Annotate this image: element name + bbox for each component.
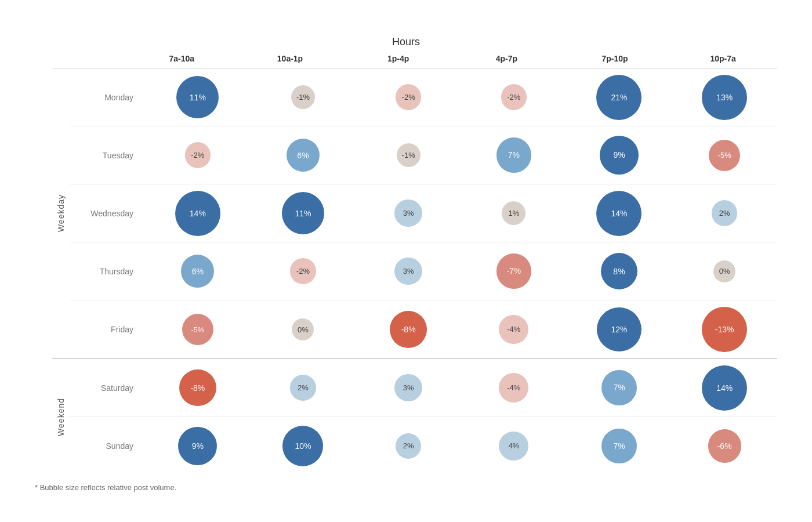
bubble: 3%	[394, 258, 422, 285]
bubble-cell: -13%	[672, 307, 777, 352]
bubble: 6%	[287, 139, 320, 172]
bubble-cell: -4%	[461, 315, 567, 345]
bubble: -2%	[501, 84, 527, 110]
bubble: 8%	[601, 253, 638, 290]
row-label: Monday	[70, 93, 145, 102]
data-row: Tuesday-2%6%-1%7%9%-5%	[70, 126, 777, 184]
bubble: -2%	[396, 84, 421, 110]
bubble-cell: 7%	[567, 429, 672, 463]
bubble: 2%	[712, 200, 737, 226]
bubble: 9%	[600, 136, 639, 175]
row-label: Saturday	[70, 383, 145, 393]
bubble-cell: 11%	[251, 192, 356, 234]
bubble-cell: 1%	[461, 201, 567, 225]
chart-container: Hours 7a-10a 10a-1p 1p-4p 4p-7p 7p-10p 1…	[23, 19, 789, 503]
bubble: 4%	[499, 432, 528, 461]
bubble-cell: 2%	[251, 375, 356, 400]
bubble: -6%	[708, 429, 741, 462]
row-label: Thursday	[70, 267, 145, 276]
bubble-cell: -2%	[356, 84, 461, 110]
bubble: -5%	[182, 314, 213, 345]
bubble-cell: 0%	[251, 318, 356, 340]
bubble-cell: -4%	[461, 373, 567, 403]
bubble: 1%	[502, 201, 525, 225]
bubble: 11%	[282, 192, 324, 234]
bubble: 0%	[292, 318, 314, 340]
bubble-cell: 10%	[251, 426, 356, 466]
bubble-cell: 3%	[356, 374, 461, 402]
bubble-cell: 3%	[356, 200, 461, 227]
bubble: -4%	[499, 373, 528, 403]
bubble-cell: 9%	[145, 427, 251, 466]
col-header-5: 10p-7a	[669, 54, 777, 63]
bubble-cell: 7%	[461, 137, 567, 172]
weekday-section: Weekday Monday11%-1%-2%-2%21%13%Tuesday-…	[52, 68, 777, 359]
data-row: Saturday-8%2%3%-4%7%14%	[70, 359, 777, 417]
bubble: 11%	[176, 76, 219, 118]
row-label: Tuesday	[70, 151, 145, 160]
bubble: 14%	[175, 191, 220, 236]
bubble-cell: -7%	[461, 253, 567, 288]
bubble: 10%	[282, 426, 323, 466]
data-row: Thursday6%-2%3%-7%8%0%	[70, 242, 777, 300]
bubble: 14%	[702, 365, 747, 411]
bubble: -1%	[291, 85, 315, 109]
bubble-cell: 11%	[145, 76, 251, 118]
bubble-cell: 8%	[567, 253, 672, 290]
bubble: 2%	[290, 375, 316, 400]
weekday-label-col: Weekday	[52, 68, 70, 358]
bubble-cell: 14%	[567, 191, 672, 236]
header-empty	[52, 54, 128, 63]
bubble-cell: 12%	[567, 307, 672, 351]
data-row: Friday-5%0%-8%-4%12%-13%	[70, 300, 777, 358]
bubble: 12%	[597, 307, 641, 351]
weekend-label-col: Weekend	[52, 359, 70, 475]
data-row: Sunday9%10%2%4%7%-6%	[70, 417, 777, 475]
bubble: 2%	[396, 433, 421, 459]
bubble-cell: -2%	[145, 142, 251, 168]
bubble-cell: 7%	[567, 370, 672, 405]
row-label: Friday	[70, 325, 145, 334]
bubble: -8%	[179, 369, 216, 407]
bubble: -13%	[702, 307, 747, 352]
bubble: 0%	[713, 260, 735, 282]
bubble: -5%	[709, 140, 740, 171]
weekday-rows: Monday11%-1%-2%-2%21%13%Tuesday-2%6%-1%7…	[70, 68, 777, 358]
bubble-cell: 3%	[356, 258, 461, 285]
bubble-cell: 6%	[251, 139, 356, 172]
col-header-2: 1p-4p	[344, 54, 452, 63]
bubble-cell: -5%	[672, 140, 777, 171]
bubble: -7%	[496, 253, 531, 288]
data-row: Wednesday14%11%3%1%14%2%	[70, 184, 777, 242]
bubble: 6%	[181, 255, 214, 288]
col-header-1: 10a-1p	[236, 54, 345, 63]
weekday-label: Weekday	[56, 194, 66, 232]
bubble-cell: -1%	[356, 143, 461, 167]
header-row: 7a-10a 10a-1p 1p-4p 4p-7p 7p-10p 10p-7a	[52, 54, 777, 68]
weekend-rows: Saturday-8%2%3%-4%7%14%Sunday9%10%2%4%7%…	[70, 359, 777, 475]
bubble-cell: 2%	[672, 200, 777, 226]
bubble: -1%	[397, 143, 420, 167]
bubble-cell: 14%	[672, 365, 777, 411]
bubble-cell: 9%	[567, 136, 672, 175]
bubble: 21%	[596, 75, 641, 120]
bubble-cell: -1%	[251, 85, 356, 109]
bubble: -8%	[390, 311, 427, 348]
bubble-cell: 4%	[461, 432, 567, 461]
bubble-cell: 0%	[672, 260, 777, 282]
bubble: -2%	[185, 142, 211, 168]
bubble-cell: 2%	[356, 433, 461, 459]
bubble: 13%	[702, 75, 747, 120]
weekend-section: Weekend Saturday-8%2%3%-4%7%14%Sunday9%1…	[52, 359, 777, 475]
col-header-0: 7a-10a	[128, 54, 236, 63]
row-label: Sunday	[70, 441, 145, 451]
row-label: Wednesday	[70, 209, 145, 218]
bubble-cell: -6%	[672, 429, 777, 462]
bubble-cell: 21%	[567, 75, 672, 120]
bubble: -4%	[499, 315, 528, 345]
bubble-cell: 13%	[672, 75, 777, 120]
bubble: 7%	[496, 137, 531, 172]
bubble-cell: -8%	[145, 369, 251, 407]
bubble: 7%	[601, 429, 636, 463]
bubble-cell: -8%	[356, 311, 461, 348]
